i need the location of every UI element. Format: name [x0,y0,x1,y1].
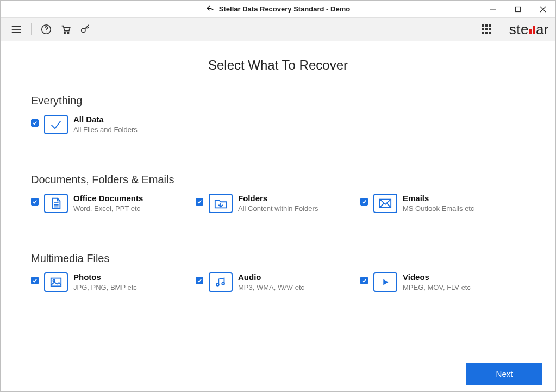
section-heading-docs: Documents, Folders & Emails [31,173,525,186]
svg-point-10 [67,32,68,33]
audio-icon [209,272,233,292]
checkbox-all-data[interactable] [31,119,39,127]
item-emails: Emails MS Outlook Emails etc [360,194,525,213]
item-all-data: All Data All Files and Folders [31,115,196,134]
svg-marker-23 [383,279,388,285]
footer: Next [1,356,555,391]
item-title: Videos [403,272,471,282]
app-window: Stellar Data Recovery Standard - Demo [0,0,556,392]
checkbox-folders[interactable] [196,198,203,206]
item-title: Photos [73,272,137,282]
apps-grid-icon[interactable] [482,22,499,37]
svg-line-18 [387,203,391,207]
item-desc: MP3, WMA, WAV etc [238,283,304,291]
svg-line-17 [380,203,384,207]
checkbox-photos[interactable] [31,277,39,284]
item-folders: Folders All Content within Folders [196,194,360,213]
page-title: Select What To Recover [31,58,525,73]
minimize-button[interactable] [480,1,505,17]
item-desc: MPEG, MOV, FLV etc [403,283,471,291]
email-icon [373,194,397,213]
item-title: Folders [238,194,318,203]
item-title: Emails [403,194,474,203]
cart-icon[interactable] [60,23,72,35]
photo-icon [44,272,68,292]
next-button[interactable]: Next [466,363,542,385]
item-desc: All Content within Folders [238,204,318,213]
item-desc: JPG, PNG, BMP etc [73,283,137,291]
item-title: Office Documents [73,194,143,203]
section-media: Multimedia Files Photos JPG, PNG, BMP et… [31,252,525,292]
item-audio: Audio MP3, WMA, WAV etc [196,272,360,292]
back-icon [206,5,215,13]
svg-point-11 [82,28,85,32]
help-icon[interactable] [40,23,52,35]
window-title: Stellar Data Recovery Standard - Demo [219,5,350,13]
checkbox-office[interactable] [31,198,39,206]
item-desc: MS Outlook Emails etc [403,204,474,213]
section-everything: Everything All Data All Files and Folder… [31,95,525,134]
section-heading-media: Multimedia Files [31,252,525,265]
svg-point-21 [216,283,219,286]
svg-point-22 [222,282,224,285]
item-title: All Data [73,115,138,125]
maximize-button[interactable] [505,1,530,17]
item-desc: All Files and Folders [73,126,138,134]
key-icon[interactable] [79,23,91,35]
section-heading-everything: Everything [31,95,525,107]
item-desc: Word, Excel, PPT etc [73,204,143,213]
svg-point-9 [64,32,65,33]
titlebar: Stellar Data Recovery Standard - Demo [1,1,555,18]
video-icon [373,272,397,292]
close-button[interactable] [530,1,555,17]
item-title: Audio [238,272,304,282]
brand-logo: stear [509,21,549,38]
section-docs: Documents, Folders & Emails Office Docum… [31,173,525,213]
svg-point-8 [46,32,46,32]
checkbox-videos[interactable] [360,277,368,284]
svg-rect-1 [516,7,521,11]
svg-rect-19 [51,278,61,287]
item-photos: Photos JPG, PNG, BMP etc [31,272,196,292]
folder-icon [209,194,233,213]
checkbox-audio[interactable] [196,277,203,284]
toolbar: stear [1,18,555,41]
svg-point-20 [53,279,55,282]
content-area: Select What To Recover Everything All Da… [1,41,555,356]
document-icon [44,194,68,213]
checkbox-emails[interactable] [360,198,368,206]
item-office: Office Documents Word, Excel, PPT etc [31,194,196,213]
separator [31,23,32,35]
all-data-icon [44,115,68,134]
menu-icon[interactable] [10,23,22,35]
item-videos: Videos MPEG, MOV, FLV etc [360,272,525,292]
